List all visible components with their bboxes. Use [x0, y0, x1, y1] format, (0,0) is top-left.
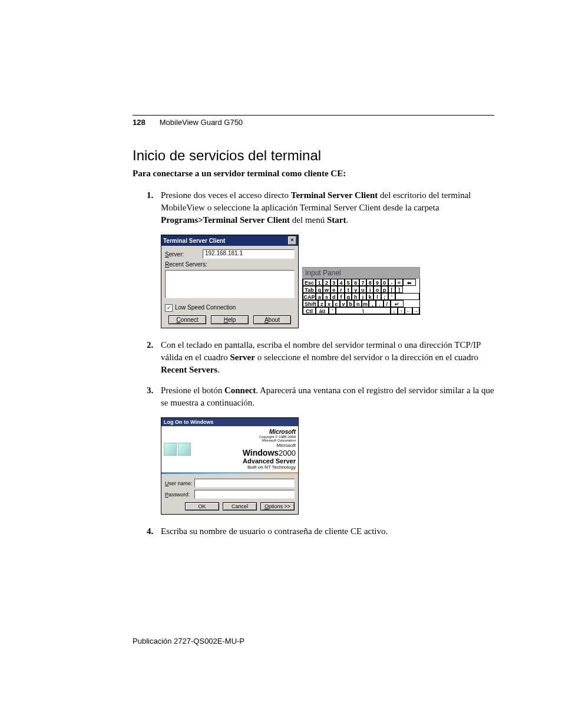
step-bold: Programs>Terminal Server Client — [161, 215, 290, 225]
key-h[interactable]: h — [352, 293, 359, 300]
key-0[interactable]: 0 — [381, 279, 388, 286]
key-cap[interactable]: CAP — [303, 293, 316, 300]
low-speed-checkbox[interactable]: ✓Low Speed Connection — [165, 304, 295, 312]
about-button[interactable]: About — [253, 315, 291, 324]
logon-window: Log On to Windows Microsoft Copyright © … — [161, 417, 299, 515]
key-=[interactable]: = — [395, 279, 402, 286]
key-5[interactable]: 5 — [345, 279, 352, 286]
step-bold: Start — [327, 215, 346, 225]
tsc-title-bar: Terminal Server Client × — [161, 235, 298, 246]
key-u[interactable]: u — [359, 286, 366, 293]
step-bold: Terminal Server Client — [291, 190, 378, 200]
help-button[interactable]: Help — [211, 315, 249, 324]
key-j[interactable]: j — [359, 293, 366, 300]
recent-servers-label: Recent Servers: — [165, 261, 207, 268]
key-f[interactable]: f — [338, 293, 345, 300]
steps-list-cont2: 4. Escriba su nombre de usuario o contra… — [147, 525, 494, 538]
password-input[interactable] — [194, 490, 295, 499]
close-icon[interactable]: × — [288, 236, 296, 245]
key-q[interactable]: q — [316, 286, 323, 293]
key-[[interactable]: [ — [388, 286, 395, 293]
key-8[interactable]: 8 — [366, 279, 373, 286]
built-on-nt-text: Built on NT Technology — [194, 465, 296, 470]
key-i[interactable]: i — [366, 286, 373, 293]
kb-row-3: CAPasdfghjkl;' — [303, 293, 419, 300]
key-p[interactable]: p — [381, 286, 388, 293]
key-k[interactable]: k — [366, 293, 373, 300]
key-w[interactable]: w — [323, 286, 330, 293]
key-z[interactable]: z — [318, 300, 325, 307]
key-`[interactable]: ` — [329, 307, 336, 314]
key-'[interactable]: ' — [388, 293, 395, 300]
key-y[interactable]: y — [352, 286, 359, 293]
key-;[interactable]: ; — [381, 293, 388, 300]
key-shift[interactable]: Shift — [303, 300, 318, 307]
key-o[interactable]: o — [373, 286, 381, 293]
key-←[interactable]: ← — [405, 307, 412, 314]
connect-button[interactable]: Connect — [168, 315, 206, 324]
step-number: 2. — [147, 339, 153, 351]
username-input[interactable] — [194, 479, 295, 487]
input-panel: Input Panel Esc1234567890-=⬅ Tabqwertyui… — [302, 267, 420, 315]
windows-logo-line: Microsoft Windows2000 — [194, 442, 296, 457]
key-↵[interactable]: ↵ — [391, 300, 404, 307]
key-1[interactable]: 1 — [316, 279, 323, 286]
key-t[interactable]: t — [345, 286, 352, 293]
key--[interactable]: - — [388, 279, 395, 286]
page-number: 128 — [133, 118, 146, 127]
key-↑[interactable]: ↑ — [398, 307, 405, 314]
step-bold: Connect — [224, 386, 256, 395]
ok-button[interactable]: OK — [185, 502, 219, 510]
content: Inicio de servicios del terminal Para co… — [133, 147, 494, 546]
key-][interactable]: ] — [395, 286, 402, 293]
key-return-spacer[interactable] — [395, 293, 419, 300]
key-b[interactable]: b — [347, 300, 354, 307]
key-esc[interactable]: Esc — [303, 279, 316, 286]
section-title: Inicio de servicios del terminal — [133, 147, 494, 164]
key-6[interactable]: 6 — [352, 279, 359, 286]
key-c[interactable]: c — [333, 300, 340, 307]
microsoft-logo: Microsoft — [194, 429, 296, 435]
key-↓[interactable]: ↓ — [391, 307, 398, 314]
key-l[interactable]: l — [373, 293, 381, 300]
key-→[interactable]: → — [412, 307, 419, 314]
step-text: o seleccione el nombre del servidor o la… — [255, 353, 478, 362]
key-⬅[interactable]: ⬅ — [403, 279, 416, 286]
cancel-button[interactable]: Cancel — [223, 502, 257, 510]
key-m[interactable]: m — [362, 300, 369, 307]
key-s[interactable]: s — [323, 293, 330, 300]
step-1: 1. Presione dos veces el acceso directo … — [147, 189, 494, 226]
key-x[interactable]: x — [325, 300, 332, 307]
key-tab[interactable]: Tab — [303, 286, 316, 293]
key-v[interactable]: v — [340, 300, 347, 307]
key-áü[interactable]: áü — [316, 307, 329, 314]
step-text: Presione el botón — [161, 386, 224, 395]
key-n[interactable]: n — [354, 300, 361, 307]
kb-row-5: Ctláü`\↓↑←→ — [303, 307, 419, 314]
key-9[interactable]: 9 — [373, 279, 381, 286]
terminal-server-client-window: Terminal Server Client × Server: 192.168… — [161, 235, 299, 328]
key-e[interactable]: e — [330, 286, 338, 293]
key-ctl[interactable]: Ctl — [303, 307, 316, 314]
key-2[interactable]: 2 — [323, 279, 330, 286]
steps-list: 1. Presione dos veces el acceso directo … — [147, 189, 494, 226]
key-/[interactable]: / — [384, 300, 391, 307]
key-4[interactable]: 4 — [338, 279, 345, 286]
key-r[interactable]: r — [338, 286, 345, 293]
step-number: 4. — [147, 525, 153, 538]
options-button[interactable]: Options >> — [260, 502, 295, 510]
key-d[interactable]: d — [330, 293, 338, 300]
step-4: 4. Escriba su nombre de usuario o contra… — [147, 525, 494, 538]
key-3[interactable]: 3 — [330, 279, 338, 286]
key-g[interactable]: g — [345, 293, 352, 300]
server-input[interactable]: 192.168.181.1 — [203, 249, 295, 259]
checkbox-icon: ✓ — [165, 304, 173, 312]
key-,[interactable]: , — [369, 300, 376, 307]
recent-servers-list[interactable] — [165, 270, 295, 298]
key-7[interactable]: 7 — [359, 279, 366, 286]
step-text: . — [346, 215, 348, 225]
key-.[interactable]: . — [376, 300, 383, 307]
key-a[interactable]: a — [316, 293, 323, 300]
low-speed-label: Low Speed Connection — [175, 304, 236, 311]
key-\[interactable]: \ — [336, 307, 391, 314]
